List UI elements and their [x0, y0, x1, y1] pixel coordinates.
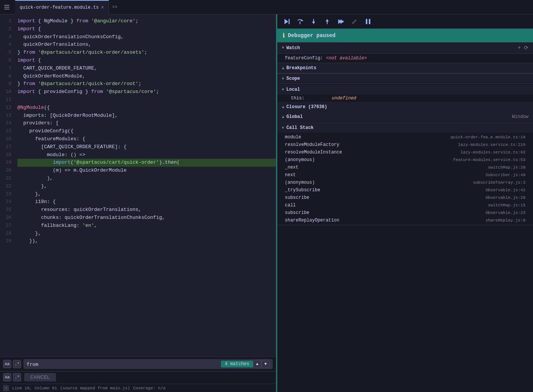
code-line-10: import { provideConfig } from '@spartacu…	[17, 88, 276, 96]
tab-quick-order-module[interactable]: quick-order-feature.module.ts ×	[15, 0, 109, 14]
code-line-29: }),	[17, 237, 276, 245]
callstack-row-3[interactable]: (anonymous) feature-modules.service.ts:5…	[277, 156, 533, 164]
debug-step-into-button[interactable]	[309, 17, 318, 26]
watch-label: Watch	[286, 45, 300, 51]
callstack-file-6: subscribeToArray.js:3	[473, 180, 525, 185]
code-line-21: ),	[17, 175, 276, 183]
callstack-file-8: Observable.js:28	[485, 195, 525, 200]
status-line-col: Line 19, Column 51	[12, 386, 57, 390]
svg-marker-10	[326, 19, 329, 22]
matches-badge: 4 matches	[221, 361, 253, 367]
cancel-button[interactable]: CANCEL	[24, 373, 56, 381]
line-num-16: 16	[0, 135, 11, 143]
line-num-15: 15	[0, 127, 11, 135]
scope-section-header[interactable]: ▼ Scope	[277, 74, 533, 84]
line-num-2: 2	[0, 25, 11, 33]
editor-area: 1 2 3 4 5 6 7 8 9 10 11 12 13 14 15 16 1…	[0, 14, 276, 392]
scope-label: Scope	[286, 76, 300, 81]
callstack-fn-8: subscribe	[285, 195, 309, 200]
local-expand-icon: ▼	[282, 88, 284, 92]
case-opt-button-2[interactable]: Aa	[3, 373, 11, 381]
watch-section-header[interactable]: ▼ Watch + ⟳	[277, 42, 533, 54]
callstack-row-10[interactable]: subscribe Observable.js:23	[277, 209, 533, 217]
svg-rect-0	[4, 5, 9, 6]
debug-step-over-button[interactable]	[295, 17, 305, 26]
search-prev-button[interactable]: ▲	[253, 360, 261, 368]
code-line-15: provideConfig({	[17, 127, 276, 135]
debug-edit-button[interactable]	[350, 17, 359, 26]
callstack-row-4[interactable]: _next switchMap.js:28	[277, 164, 533, 171]
sidebar-toggle-icon[interactable]	[2, 3, 11, 12]
watch-expand-icon: ▼	[282, 46, 284, 50]
line-num-11: 11	[0, 96, 11, 104]
debug-panel: ℹ Debugger paused ▼ Watch + ⟳	[276, 14, 533, 392]
debug-pause-button[interactable]	[364, 17, 373, 26]
callstack-row-2[interactable]: resolveModuleInstance lazy-modules.servi…	[277, 149, 533, 156]
line-num-12: 12	[0, 104, 11, 112]
watch-refresh-icon[interactable]: ⟳	[524, 45, 528, 51]
debug-resume-button[interactable]	[282, 17, 291, 26]
local-this-row: this: undefined	[277, 95, 533, 102]
callstack-file-2: lazy-modules.service.ts:92	[460, 150, 525, 155]
watch-header-left: ▼ Watch	[282, 45, 300, 51]
callstack-row-7[interactable]: _trySubscribe Observable.js:42	[277, 186, 533, 194]
closure-label: Closure (37636)	[286, 104, 327, 110]
line-num-28: 28	[0, 230, 11, 238]
callstack-row-11[interactable]: shareReplayOperation shareReplay.js:0	[277, 217, 533, 224]
status-source-map: (source mapped from main.js)	[60, 386, 130, 390]
line-num-13: 13	[0, 112, 11, 120]
closure-expand-icon: ▶	[281, 106, 285, 108]
regex-opt-button-2[interactable]: .*	[13, 373, 21, 381]
code-line-16: featureModules: {	[17, 135, 276, 143]
code-line-24: i18n: {	[17, 198, 276, 206]
svg-marker-8	[312, 22, 315, 24]
callstack-row-1[interactable]: resolveModuleFactory lazy-modules.servic…	[277, 141, 533, 149]
code-line-25: resources: quickOrderTranslations,	[17, 206, 276, 214]
code-line-9: } from '@spartacus/cart/quick-order/root…	[17, 80, 276, 88]
search-input-wrap: 4 matches ▲ ▼	[23, 359, 273, 369]
watch-header-right: + ⟳	[518, 45, 528, 51]
callstack-fn-7: _trySubscribe	[285, 187, 320, 193]
code-line-3: quickOrderTranslationChunksConfig,	[17, 33, 276, 41]
callstack-file-1: lazy-modules.service.ts:219	[458, 143, 525, 147]
callstack-file-3: feature-modules.service.ts:53	[453, 158, 525, 162]
callstack-file-5: Subscriber.js:49	[485, 173, 525, 177]
line-num-6: 6	[0, 57, 11, 65]
callstack-row-6[interactable]: (anonymous) subscribeToArray.js:3	[277, 179, 533, 186]
callstack-file-11: shareReplay.js:0	[485, 218, 525, 223]
line-num-25: 25	[0, 206, 11, 214]
code-line-1: import { NgModule } from '@angular/core'…	[17, 17, 276, 25]
local-this-value: undefined	[332, 96, 356, 101]
code-container: 1 2 3 4 5 6 7 8 9 10 11 12 13 14 15 16 1…	[0, 14, 276, 356]
local-section-header[interactable]: ▼ Local	[277, 85, 533, 95]
global-section-header[interactable]: ▶ Global Window	[277, 112, 533, 122]
search-next-button[interactable]: ▼	[261, 360, 270, 368]
callstack-fn-9: call	[285, 203, 296, 208]
callstack-section-header[interactable]: ▼ Call Stack	[277, 123, 533, 133]
code-lines[interactable]: import { NgModule } from '@angular/core'…	[14, 14, 276, 356]
code-line-4: quickOrderTranslations,	[17, 41, 276, 49]
tab-overflow-button[interactable]: >>	[109, 5, 120, 10]
window-badge: Window	[512, 114, 528, 119]
breakpoints-section-header[interactable]: ▶ Breakpoints	[277, 63, 533, 73]
main-container: 1 2 3 4 5 6 7 8 9 10 11 12 13 14 15 16 1…	[0, 14, 533, 392]
debug-step-out-button[interactable]	[323, 17, 332, 26]
code-line-2: import {	[17, 25, 276, 33]
closure-section-header[interactable]: ▶ Closure (37636)	[277, 102, 533, 112]
callstack-row-8[interactable]: subscribe Observable.js:28	[277, 194, 533, 201]
watch-add-icon[interactable]: +	[518, 45, 521, 51]
callstack-row-9[interactable]: call switchMap.js:15	[277, 201, 533, 209]
debug-step-button[interactable]	[336, 17, 345, 26]
tab-close-icon[interactable]: ×	[101, 5, 104, 11]
callstack-row-5[interactable]: next Subscriber.js:49	[277, 171, 533, 179]
search-bar: Aa .* 4 matches ▲ ▼	[0, 356, 276, 371]
case-sensitive-button[interactable]: Aa	[3, 360, 11, 368]
callstack-row-0[interactable]: module quick-order-fea…e.module.ts:19	[277, 133, 533, 141]
cancel-options: Aa .*	[3, 373, 21, 381]
debug-content[interactable]: ▼ Watch + ⟳ featureConfig: <not availabl…	[277, 42, 533, 392]
info-icon: ℹ	[283, 32, 285, 39]
search-input[interactable]	[26, 361, 221, 367]
watch-content: featureConfig: <not available>	[277, 54, 533, 63]
breakpoints-expand-icon: ▶	[281, 67, 285, 69]
regex-button[interactable]: .*	[13, 360, 21, 368]
